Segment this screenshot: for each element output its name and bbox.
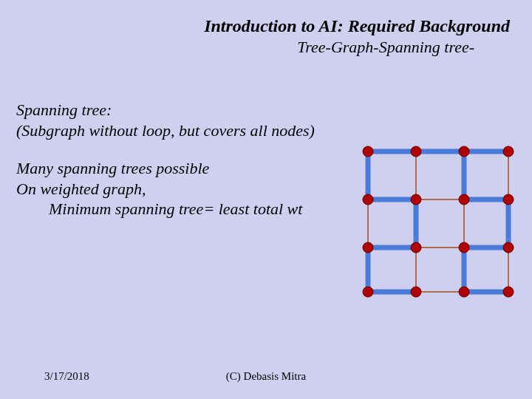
body-line-2: (Subgraph without loop, but covers all n… xyxy=(16,120,315,141)
svg-point-42 xyxy=(503,146,514,157)
footer-copyright: (C) Debasis Mitra xyxy=(0,370,532,383)
slide-title-block: Introduction to AI: Required Background … xyxy=(0,16,510,57)
svg-point-53 xyxy=(459,287,469,297)
svg-point-54 xyxy=(503,287,514,297)
svg-point-41 xyxy=(459,146,469,157)
svg-point-45 xyxy=(459,194,469,205)
svg-point-48 xyxy=(411,242,421,253)
svg-point-40 xyxy=(411,146,421,157)
svg-point-47 xyxy=(363,242,373,253)
svg-point-52 xyxy=(411,287,421,297)
svg-point-43 xyxy=(363,194,373,205)
svg-point-49 xyxy=(459,242,469,253)
slide-subtitle: Tree-Graph-Spanning tree- xyxy=(0,38,510,57)
svg-point-39 xyxy=(363,146,373,157)
body-line-1: Spanning tree: xyxy=(16,100,315,120)
spanning-tree-graph xyxy=(361,144,516,299)
svg-point-44 xyxy=(411,194,421,205)
body-line-3: Many spanning trees possible xyxy=(16,158,315,179)
slide-title: Introduction to AI: Required Background xyxy=(0,16,510,36)
svg-point-50 xyxy=(503,242,514,253)
body-line-4: On weighted graph, xyxy=(16,179,315,200)
slide-body: Spanning tree: (Subgraph without loop, b… xyxy=(16,100,315,219)
svg-point-51 xyxy=(363,287,373,297)
svg-point-46 xyxy=(503,194,514,205)
body-line-5: Minimum spanning tree= least total wt xyxy=(16,199,315,219)
